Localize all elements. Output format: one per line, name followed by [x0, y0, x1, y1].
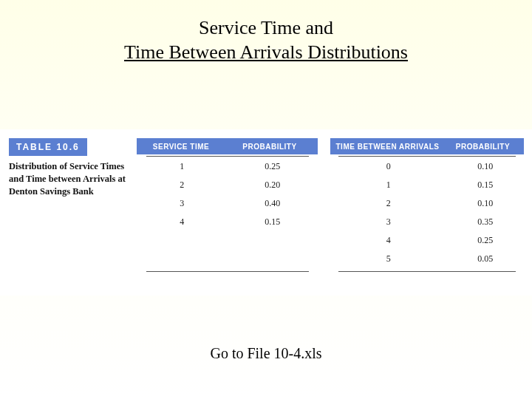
cell: 0.10 — [446, 194, 524, 213]
table-figure: TABLE 10.6 Distribution of Service Times… — [0, 129, 532, 296]
table-row: 50.05 — [330, 250, 524, 268]
rule — [146, 156, 309, 157]
cell: 0.15 — [446, 176, 524, 194]
table-caption: Distribution of Service Times and Time b… — [9, 160, 127, 198]
cell: 3 — [330, 213, 446, 231]
cell: 0.15 — [228, 213, 318, 231]
col-time-between: TIME BETWEEN ARRIVALS — [330, 143, 445, 151]
cell: 0.05 — [446, 250, 524, 268]
table-row: 20.10 — [330, 194, 524, 213]
col-probability-left: PROBABILITY — [225, 143, 314, 151]
cell: 0.20 — [228, 176, 318, 194]
cell: 2 — [137, 176, 228, 194]
slide-title: Service Time and Time Between Arrivals D… — [0, 0, 532, 64]
title-line-2: Time Between Arrivals Distributions — [0, 41, 532, 65]
cell: 2 — [330, 194, 446, 213]
service-distribution-table: 10.25 20.20 30.40 40.15 — [137, 157, 318, 231]
rule — [338, 156, 516, 157]
cell: 1 — [330, 176, 446, 194]
table-row: 40.25 — [330, 231, 524, 250]
cell: 0.40 — [228, 194, 318, 213]
cell: 0 — [330, 157, 446, 176]
table-row: 00.10 — [330, 157, 524, 176]
cell: 0.10 — [446, 157, 524, 176]
col-service-time: SERVICE TIME — [137, 143, 225, 151]
cell: 5 — [330, 250, 446, 268]
cell: 4 — [330, 231, 446, 250]
table-number-badge: TABLE 10.6 — [9, 138, 87, 156]
service-header-bar: SERVICE TIME PROBABILITY — [137, 138, 318, 154]
cell: 0.35 — [446, 213, 524, 231]
table-row: 10.15 — [330, 176, 524, 194]
table-row: 10.25 — [137, 157, 318, 176]
table-row: 40.15 — [137, 213, 318, 231]
table-row: 20.20 — [137, 176, 318, 194]
cell: 4 — [137, 213, 228, 231]
col-probability-right: PROBABILITY — [445, 143, 521, 151]
cell: 1 — [137, 157, 228, 176]
cell: 0.25 — [228, 157, 318, 176]
arrival-distribution-table: 00.10 10.15 20.10 30.35 40.25 50.05 — [330, 157, 524, 268]
rule — [338, 271, 516, 272]
rule — [146, 271, 309, 272]
file-link[interactable]: Go to File 10-4.xls — [0, 345, 532, 362]
table-row: 30.40 — [137, 194, 318, 213]
table-row: 30.35 — [330, 213, 524, 231]
arrival-header-bar: TIME BETWEEN ARRIVALS PROBABILITY — [330, 138, 524, 154]
cell: 0.25 — [446, 231, 524, 250]
title-line-1: Service Time and — [0, 16, 532, 41]
cell: 3 — [137, 194, 228, 213]
